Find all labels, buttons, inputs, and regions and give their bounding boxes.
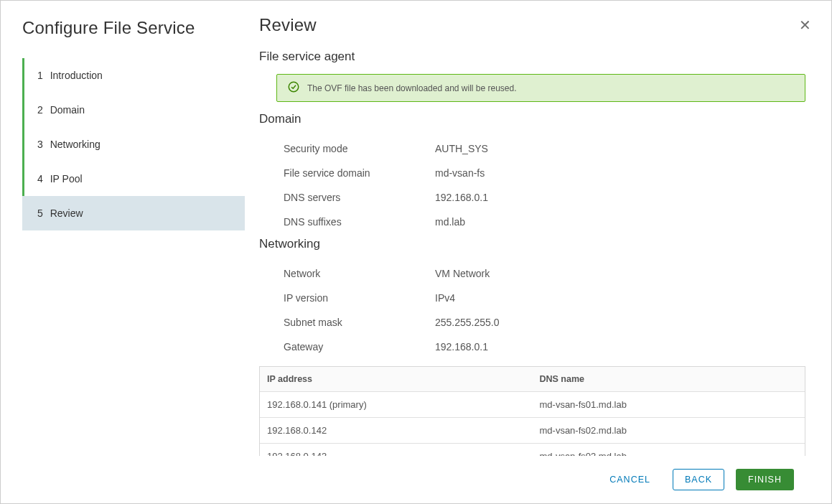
label: DNS suffixes bbox=[259, 216, 435, 228]
section-networking: Networking bbox=[259, 237, 808, 251]
content-wrapper: Review ✕ File service agent The OVF file… bbox=[245, 1, 831, 503]
row-ip-version: IP version IPv4 bbox=[259, 286, 808, 310]
label: DNS servers bbox=[259, 192, 435, 203]
step-num: 2 bbox=[37, 104, 43, 116]
step-label: Domain bbox=[50, 104, 85, 116]
value: VM Network bbox=[435, 268, 490, 279]
review-scroll-area[interactable]: File service agent The OVF file has been… bbox=[259, 47, 814, 456]
cell-dns: md-vsan-fs02.md.lab bbox=[533, 418, 805, 443]
cell-dns: md-vsan-fs03.md.lab bbox=[533, 444, 805, 456]
table-header: IP address DNS name bbox=[260, 367, 805, 391]
row-subnet-mask: Subnet mask 255.255.255.0 bbox=[259, 310, 808, 335]
step-label: Review bbox=[50, 207, 83, 219]
cell-dns: md-vsan-fs01.md.lab bbox=[533, 392, 805, 417]
cell-ip: 192.168.0.143 bbox=[260, 444, 533, 456]
label: File service domain bbox=[259, 167, 435, 179]
value: md-vsan-fs bbox=[435, 167, 485, 179]
col-dns-header: DNS name bbox=[533, 367, 805, 391]
row-file-service-domain: File service domain md-vsan-fs bbox=[259, 161, 808, 185]
row-security-mode: Security mode AUTH_SYS bbox=[259, 136, 808, 161]
row-dns-servers: DNS servers 192.168.0.1 bbox=[259, 185, 808, 210]
step-networking[interactable]: 3 Networking bbox=[24, 127, 245, 162]
value: AUTH_SYS bbox=[435, 143, 488, 154]
step-label: Introduction bbox=[50, 70, 103, 81]
label: Subnet mask bbox=[259, 317, 435, 328]
value: IPv4 bbox=[435, 292, 455, 304]
step-domain[interactable]: 2 Domain bbox=[24, 93, 245, 127]
table-row: 192.168.0.141 (primary) md-vsan-fs01.md.… bbox=[260, 391, 805, 417]
row-dns-suffixes: DNS suffixes md.lab bbox=[259, 210, 808, 234]
value: md.lab bbox=[435, 216, 465, 228]
label: Gateway bbox=[259, 341, 435, 353]
ip-pool-table: IP address DNS name 192.168.0.141 (prima… bbox=[259, 366, 805, 456]
col-ip-header: IP address bbox=[260, 367, 533, 391]
back-button[interactable]: BACK bbox=[673, 469, 724, 490]
wizard-sidebar: Configure File Service 1 Introduction 2 … bbox=[1, 1, 245, 503]
table-row: 192.168.0.143 md-vsan-fs03.md.lab bbox=[260, 443, 805, 456]
svg-point-0 bbox=[289, 82, 299, 92]
sidebar-title: Configure File Service bbox=[22, 18, 245, 38]
ovf-success-banner: The OVF file has been downloaded and wil… bbox=[276, 74, 805, 102]
page-title: Review bbox=[259, 15, 317, 35]
value: 192.168.0.1 bbox=[435, 341, 488, 353]
configure-file-service-dialog: Configure File Service 1 Introduction 2 … bbox=[1, 1, 831, 503]
value: 192.168.0.1 bbox=[435, 192, 488, 203]
step-num: 5 bbox=[37, 207, 43, 219]
value: 255.255.255.0 bbox=[435, 317, 500, 328]
cancel-button[interactable]: CANCEL bbox=[599, 469, 661, 490]
step-review[interactable]: 5 Review bbox=[22, 196, 245, 230]
dialog-footer: CANCEL BACK FINISH bbox=[259, 456, 814, 503]
cell-ip: 192.168.0.141 (primary) bbox=[260, 392, 533, 417]
cell-ip: 192.168.0.142 bbox=[260, 418, 533, 443]
section-file-service-agent: File service agent bbox=[259, 50, 808, 64]
finish-button[interactable]: FINISH bbox=[736, 469, 794, 490]
label: Security mode bbox=[259, 143, 435, 154]
check-circle-icon bbox=[287, 80, 300, 95]
row-network: Network VM Network bbox=[259, 261, 808, 286]
step-label: IP Pool bbox=[50, 173, 83, 185]
content-header: Review ✕ bbox=[259, 15, 814, 47]
label: IP version bbox=[259, 292, 435, 304]
ovf-message-text: The OVF file has been downloaded and wil… bbox=[307, 83, 517, 93]
step-num: 3 bbox=[37, 139, 43, 150]
step-label: Networking bbox=[50, 139, 101, 150]
table-row: 192.168.0.142 md-vsan-fs02.md.lab bbox=[260, 417, 805, 443]
step-introduction[interactable]: 1 Introduction bbox=[24, 58, 245, 93]
label: Network bbox=[259, 268, 435, 279]
wizard-steps: 1 Introduction 2 Domain 3 Networking 4 I… bbox=[22, 58, 245, 230]
main-area: Configure File Service 1 Introduction 2 … bbox=[1, 1, 831, 503]
section-domain: Domain bbox=[259, 112, 808, 126]
step-ip-pool[interactable]: 4 IP Pool bbox=[24, 162, 245, 196]
step-num: 1 bbox=[37, 70, 43, 81]
close-icon[interactable]: ✕ bbox=[796, 15, 814, 35]
row-gateway: Gateway 192.168.0.1 bbox=[259, 335, 808, 359]
step-num: 4 bbox=[37, 173, 43, 185]
